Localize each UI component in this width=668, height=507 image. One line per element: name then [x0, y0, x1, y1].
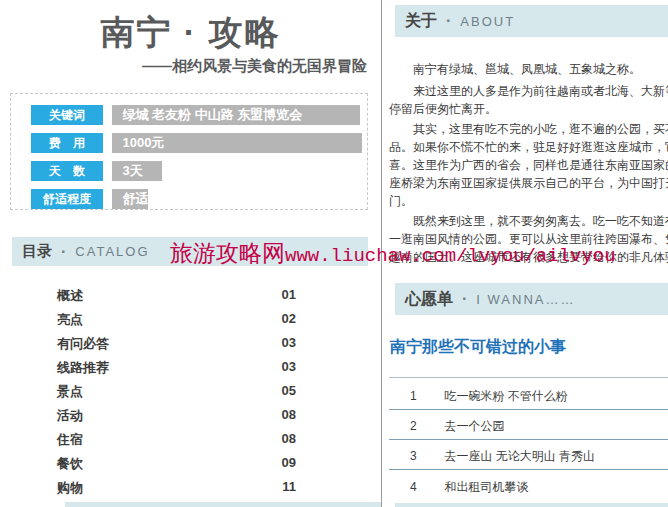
watermark-url: www.liuchaw.com/lvyou/ailvyou: [285, 245, 616, 267]
dot-separator: ·: [61, 243, 66, 261]
next-section-strip-right: [395, 503, 668, 507]
catalog-item-page: 08: [282, 403, 296, 427]
trip-info-box: 关键词 绿城 老友粉 中山路 东盟博览会 费 用 1000元 天 数 3天 舒适…: [10, 93, 368, 210]
info-value: 3天: [112, 161, 162, 181]
dot-separator: ·: [446, 12, 451, 30]
info-label: 天 数: [31, 161, 103, 181]
info-value: 1000元: [112, 133, 362, 153]
catalog-item: 景点 05: [57, 379, 296, 403]
catalog-item: 线路推荐 03: [57, 355, 296, 379]
about-line: 品。如果你不慌不忙的来，驻足好好逛逛这座城市，它会给: [389, 138, 668, 156]
wishlist-section-header: 心愿单 · I WANNA……: [395, 283, 668, 315]
catalog-title-en: CATALOG: [75, 244, 149, 259]
catalog-item-label: 住宿: [57, 432, 83, 447]
catalog-item-page: 03: [282, 331, 296, 355]
wishlist-item-number: 3: [410, 441, 430, 471]
wishlist-divider: [389, 377, 668, 378]
info-row-comfort: 舒适程度 舒适: [31, 189, 148, 209]
about-line: 来过这里的人多是作为前往越南或者北海、大新等地的中: [389, 82, 668, 100]
wishlist-item-text: 吃一碗米粉 不管什么粉: [444, 389, 567, 403]
catalog-item-label: 亮点: [57, 312, 83, 327]
page-title: 南宁 · 攻略: [0, 10, 381, 56]
about-title-zh: 关于: [405, 11, 437, 32]
catalog-item: 住宿 08: [57, 427, 296, 451]
catalog-item: 购物 11: [57, 475, 296, 499]
catalog-item: 概述 01: [57, 283, 296, 307]
catalog-title-zh: 目录: [22, 242, 52, 261]
dot-separator: ·: [462, 290, 467, 308]
wishlist-item-text: 和出租司机攀谈: [444, 480, 528, 494]
info-row-cost: 费 用 1000元: [31, 133, 362, 153]
catalog-item-page: 09: [282, 451, 296, 475]
catalog-item: 有问必答 03: [57, 331, 296, 355]
wishlist-title-en: I WANNA……: [476, 292, 575, 307]
about-line: 门。: [389, 192, 668, 210]
catalog-item-label: 活动: [57, 408, 83, 423]
info-value: 舒适: [112, 189, 148, 209]
catalog-item: 活动 08: [57, 403, 296, 427]
wishlist-item-number: 1: [410, 381, 430, 411]
about-paragraphs: 南宁有绿城、邕城、凤凰城、五象城之称。 来过这里的人多是作为前往越南或者北海、大…: [389, 60, 668, 266]
catalog-item-label: 有问必答: [57, 336, 109, 351]
about-line: 座桥梁为东南亚国家提供展示自己的平台，为中国打开东南: [389, 174, 668, 192]
catalog-item-page: 02: [282, 307, 296, 331]
info-row-days: 天 数 3天: [31, 161, 162, 181]
wishlist-item-number: 4: [410, 471, 430, 503]
wishlist-title-zh: 心愿单: [405, 289, 453, 310]
about-line: 喜。这里作为广西的省会，同样也是通往东南亚国家的重要: [389, 156, 668, 174]
wishlist-item: 4 和出租司机攀谈: [389, 470, 668, 502]
catalog-list: 概述 01 亮点 02 有问必答 03 线路推荐 03 景点 05 活动 08: [57, 283, 296, 499]
catalog-item-label: 购物: [57, 480, 83, 495]
catalog-item-page: 03: [282, 355, 296, 379]
about-line: 既然来到这里，就不要匆匆离去。吃一吃不知道有多少: [389, 212, 668, 230]
catalog-item-page: 01: [282, 283, 296, 307]
catalog-item-label: 景点: [57, 384, 83, 399]
catalog-item-label: 概述: [57, 288, 83, 303]
watermark-site-name: 旅游攻略网: [170, 240, 285, 266]
wishlist-item: 2 去一个公园: [389, 410, 668, 440]
watermark-text: 旅游攻略网www.liuchaw.com/lvyou/ailvyou: [170, 238, 616, 269]
about-line: 南宁有绿城、邕城、凤凰城、五象城之称。: [389, 60, 668, 78]
info-label: 舒适程度: [31, 189, 103, 209]
info-row-keywords: 关键词 绿城 老友粉 中山路 东盟博览会: [31, 105, 360, 125]
catalog-item-page: 11: [282, 475, 296, 499]
travel-guide-page: 南宁 · 攻略 ——相约风景与美食的无国界冒险 关键词 绿城 老友粉 中山路 东…: [0, 0, 668, 507]
wishlist-heading: 南宁那些不可错过的小事: [390, 337, 566, 358]
page-subtitle: ——相约风景与美食的无国界冒险: [0, 57, 381, 76]
wishlist-item-number: 2: [410, 411, 430, 441]
wishlist-item: 3 去一座山 无论大明山 青秀山: [389, 440, 668, 470]
catalog-item: 餐饮 09: [57, 451, 296, 475]
catalog-item-page: 05: [282, 379, 296, 403]
wishlist-item-text: 去一座山 无论大明山 青秀山: [444, 449, 595, 463]
wishlist: 1 吃一碗米粉 不管什么粉 2 去一个公园 3 去一座山 无论大明山 青秀山 4…: [389, 380, 668, 502]
wishlist-item-text: 去一个公园: [444, 419, 504, 433]
about-line: 停留后便匆忙离开。: [389, 100, 668, 118]
catalog-item-page: 08: [282, 427, 296, 451]
about-section-header: 关于 · ABOUT: [395, 5, 668, 37]
catalog-item-label: 线路推荐: [57, 360, 109, 375]
about-title-en: ABOUT: [460, 14, 515, 29]
info-value: 绿城 老友粉 中山路 东盟博览会: [112, 105, 360, 125]
next-section-strip-left: [65, 502, 381, 507]
info-label: 关键词: [31, 105, 103, 125]
wishlist-item: 1 吃一碗米粉 不管什么粉: [389, 380, 668, 410]
catalog-item-label: 餐饮: [57, 456, 83, 471]
info-label: 费 用: [31, 133, 103, 153]
about-line: 其实，这里有吃不完的小吃，逛不遍的公园，买不过瘾: [389, 120, 668, 138]
catalog-item: 亮点 02: [57, 307, 296, 331]
